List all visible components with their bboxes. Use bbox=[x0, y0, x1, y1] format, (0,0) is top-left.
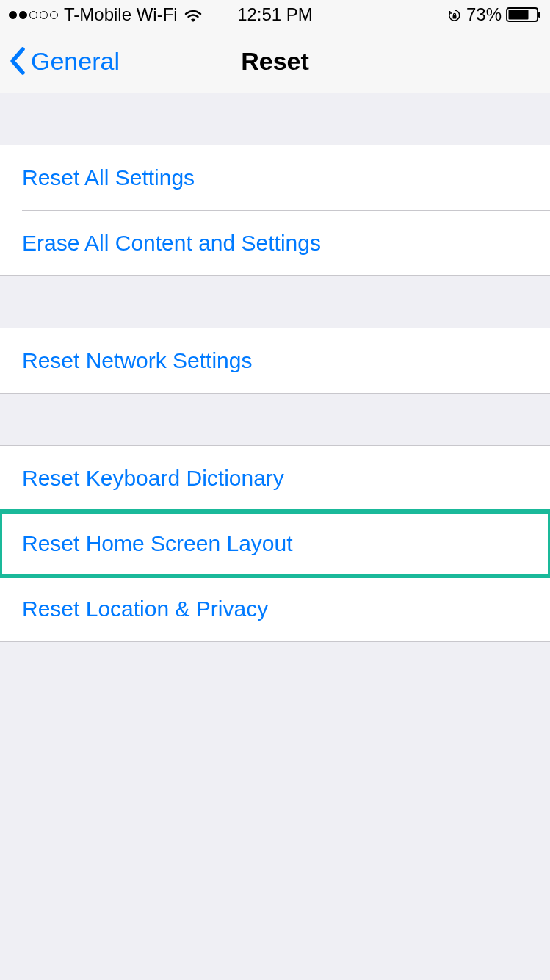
status-left: T-Mobile Wi-Fi bbox=[9, 4, 203, 25]
row-label: Reset Location & Privacy bbox=[22, 597, 268, 621]
reset-home-screen-layout-row[interactable]: Reset Home Screen Layout bbox=[0, 511, 550, 576]
svg-rect-2 bbox=[509, 10, 529, 20]
status-right: 73% bbox=[447, 4, 541, 25]
reset-all-settings-row[interactable]: Reset All Settings bbox=[0, 145, 550, 210]
reset-network-settings-row[interactable]: Reset Network Settings bbox=[0, 328, 550, 393]
signal-strength-icon bbox=[9, 11, 58, 19]
row-label: Reset Home Screen Layout bbox=[22, 531, 293, 556]
back-button[interactable]: General bbox=[9, 46, 120, 76]
row-label: Reset Keyboard Dictionary bbox=[22, 466, 284, 491]
status-time: 12:51 PM bbox=[237, 4, 313, 25]
reset-keyboard-dictionary-row[interactable]: Reset Keyboard Dictionary bbox=[0, 446, 550, 511]
orientation-lock-icon bbox=[447, 7, 462, 22]
back-button-label: General bbox=[31, 47, 120, 76]
page-title: Reset bbox=[241, 47, 309, 76]
erase-all-content-row[interactable]: Erase All Content and Settings bbox=[0, 211, 550, 275]
section-2: Reset Network Settings bbox=[0, 328, 550, 394]
section-spacer bbox=[0, 394, 550, 445]
section-spacer bbox=[0, 276, 550, 328]
content-area: Reset All Settings Erase All Content and… bbox=[0, 93, 550, 642]
row-label: Erase All Content and Settings bbox=[22, 231, 321, 256]
battery-icon bbox=[506, 7, 541, 23]
status-bar: T-Mobile Wi-Fi 12:51 PM 73% bbox=[0, 0, 550, 29]
navigation-bar: General Reset bbox=[0, 29, 550, 93]
wifi-icon bbox=[184, 7, 203, 22]
row-label: Reset Network Settings bbox=[22, 348, 252, 373]
section-spacer bbox=[0, 93, 550, 145]
section-3: Reset Keyboard Dictionary Reset Home Scr… bbox=[0, 445, 550, 642]
row-label: Reset All Settings bbox=[22, 165, 195, 190]
svg-rect-3 bbox=[538, 12, 540, 18]
chevron-left-icon bbox=[9, 46, 26, 76]
battery-percent: 73% bbox=[466, 4, 502, 25]
section-1: Reset All Settings Erase All Content and… bbox=[0, 145, 550, 276]
reset-location-privacy-row[interactable]: Reset Location & Privacy bbox=[0, 577, 550, 641]
svg-rect-0 bbox=[452, 15, 456, 19]
carrier-label: T-Mobile Wi-Fi bbox=[64, 4, 178, 25]
